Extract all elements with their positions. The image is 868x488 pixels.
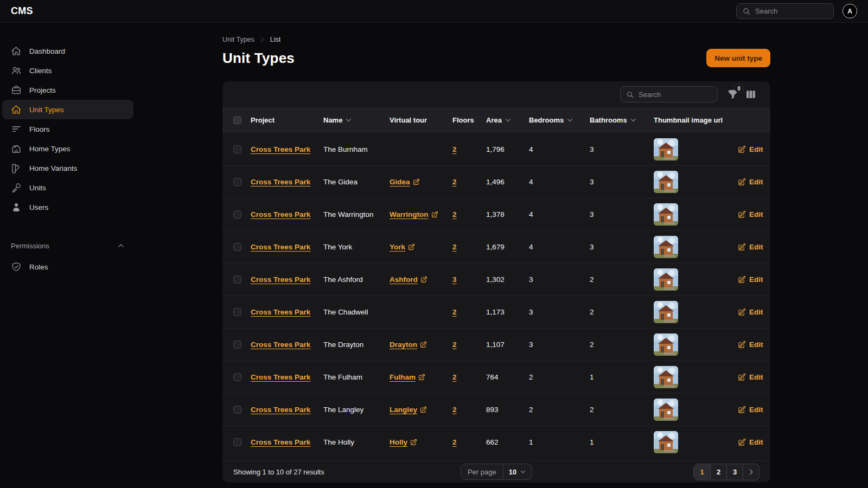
column-header-area[interactable]: Area (486, 116, 529, 124)
next-page-button[interactable] (743, 464, 759, 480)
sidebar-item-unit-types[interactable]: Unit Types (2, 100, 133, 119)
row-checkbox[interactable] (233, 210, 241, 219)
row-checkbox[interactable] (233, 341, 241, 349)
project-link[interactable]: Cross Trees Park (251, 178, 310, 186)
filter-button[interactable]: 0 (727, 89, 738, 100)
table-search-input[interactable] (639, 91, 712, 99)
global-search-input[interactable] (755, 7, 828, 15)
table-row: Cross Trees Park The Burnham 2 1,796 4 3… (222, 133, 770, 165)
column-header-virtual-tour[interactable]: Virtual tour (390, 116, 452, 124)
floors-link[interactable]: 2 (452, 145, 457, 153)
bedrooms-value: 4 (529, 178, 590, 186)
chevron-down-icon[interactable] (566, 117, 573, 124)
sidebar-item-floors[interactable]: Floors (2, 119, 133, 139)
floors-link[interactable]: 2 (452, 243, 457, 251)
select-all-checkbox[interactable] (233, 116, 241, 124)
virtual-tour-link[interactable]: Ashford (390, 275, 427, 284)
edit-button[interactable]: Edit (738, 243, 763, 251)
floors-link[interactable]: 2 (452, 373, 457, 381)
pencil-square-icon (738, 341, 746, 349)
column-header-name[interactable]: Name (323, 116, 390, 124)
sidebar-item-dashboard[interactable]: Dashboard (2, 41, 133, 61)
sidebar-item-label: Unit Types (29, 106, 64, 114)
row-checkbox[interactable] (233, 243, 241, 251)
column-header-floors[interactable]: Floors (452, 116, 486, 124)
per-page-value[interactable]: 10 (503, 464, 532, 479)
chevron-down-icon[interactable] (345, 117, 352, 124)
row-checkbox[interactable] (233, 373, 241, 381)
virtual-tour-link[interactable]: Warrington (390, 210, 438, 219)
project-link[interactable]: Cross Trees Park (251, 308, 310, 316)
page-button-1[interactable]: 1 (694, 464, 710, 480)
row-checkbox[interactable] (233, 275, 241, 284)
edit-button[interactable]: Edit (738, 210, 763, 219)
project-link[interactable]: Cross Trees Park (251, 406, 310, 414)
new-unit-type-button[interactable]: New unit type (706, 49, 770, 67)
floors-link[interactable]: 2 (452, 178, 457, 186)
project-link[interactable]: Cross Trees Park (251, 438, 310, 446)
floors-link[interactable]: 2 (452, 438, 457, 446)
floors-link[interactable]: 3 (452, 275, 457, 284)
floors-link[interactable]: 2 (452, 341, 457, 349)
chevron-down-icon[interactable] (630, 117, 637, 124)
sidebar-item-roles[interactable]: Roles (2, 257, 133, 277)
toggle-columns-button[interactable] (745, 89, 756, 100)
virtual-tour-link[interactable]: Drayton (390, 341, 427, 349)
column-header-project[interactable]: Project (251, 116, 323, 124)
project-link[interactable]: Cross Trees Park (251, 275, 310, 284)
table-search[interactable] (620, 86, 718, 102)
edit-button[interactable]: Edit (738, 145, 763, 153)
pencil-square-icon (738, 210, 746, 219)
project-link[interactable]: Cross Trees Park (251, 210, 310, 219)
project-link[interactable]: Cross Trees Park (251, 341, 310, 349)
virtual-tour-link[interactable]: York (390, 243, 415, 251)
floors-link[interactable]: 2 (452, 406, 457, 414)
avatar[interactable]: A (843, 4, 857, 18)
breadcrumb-parent[interactable]: Unit Types (222, 36, 254, 43)
edit-button[interactable]: Edit (738, 373, 763, 381)
sidebar-item-projects[interactable]: Projects (2, 80, 133, 100)
home-chart-icon (11, 143, 22, 154)
virtual-tour-link[interactable]: Fulham (390, 373, 425, 381)
virtual-tour-link[interactable]: Gidea (390, 178, 420, 186)
edit-button[interactable]: Edit (738, 308, 763, 316)
project-link[interactable]: Cross Trees Park (251, 243, 310, 251)
global-search[interactable] (736, 3, 834, 19)
edit-button[interactable]: Edit (738, 275, 763, 284)
page-button-2[interactable]: 2 (710, 464, 726, 480)
sidebar-item-home-types[interactable]: Home Types (2, 139, 133, 158)
row-checkbox[interactable] (233, 438, 241, 446)
edit-button[interactable]: Edit (738, 341, 763, 349)
virtual-tour-link[interactable]: Langley (390, 406, 427, 414)
unit-name: The Warrington (323, 210, 390, 219)
row-checkbox[interactable] (233, 406, 241, 414)
bathrooms-value: 2 (590, 406, 654, 414)
unit-name: The Gidea (323, 178, 390, 186)
row-checkbox[interactable] (233, 178, 241, 186)
sidebar: Dashboard Clients Projects Unit Types Fl… (0, 23, 136, 488)
bedrooms-value: 4 (529, 210, 590, 219)
floors-link[interactable]: 2 (452, 308, 457, 316)
column-header-bathrooms[interactable]: Bathrooms (590, 116, 654, 124)
column-header-bedrooms[interactable]: Bedrooms (529, 116, 590, 124)
bedrooms-value: 3 (529, 308, 590, 316)
floors-link[interactable]: 2 (452, 210, 457, 219)
sidebar-section-permissions[interactable]: Permissions (2, 237, 133, 254)
sidebar-item-clients[interactable]: Clients (2, 61, 133, 80)
edit-button[interactable]: Edit (738, 406, 763, 414)
thumbnail-image (654, 399, 678, 421)
chevron-down-icon[interactable] (505, 117, 512, 124)
row-checkbox[interactable] (233, 308, 241, 316)
sidebar-item-users[interactable]: Users (2, 197, 133, 217)
sidebar-item-units[interactable]: Units (2, 178, 133, 197)
virtual-tour-link[interactable]: Holly (390, 438, 417, 446)
page-button-3[interactable]: 3 (726, 464, 743, 480)
thumbnail-image (654, 366, 678, 388)
edit-button[interactable]: Edit (738, 438, 763, 446)
project-link[interactable]: Cross Trees Park (251, 373, 310, 381)
row-checkbox[interactable] (233, 145, 241, 153)
per-page-select[interactable]: Per page 10 (461, 464, 532, 480)
sidebar-item-home-variants[interactable]: Home Variants (2, 158, 133, 178)
project-link[interactable]: Cross Trees Park (251, 145, 310, 153)
edit-button[interactable]: Edit (738, 178, 763, 186)
